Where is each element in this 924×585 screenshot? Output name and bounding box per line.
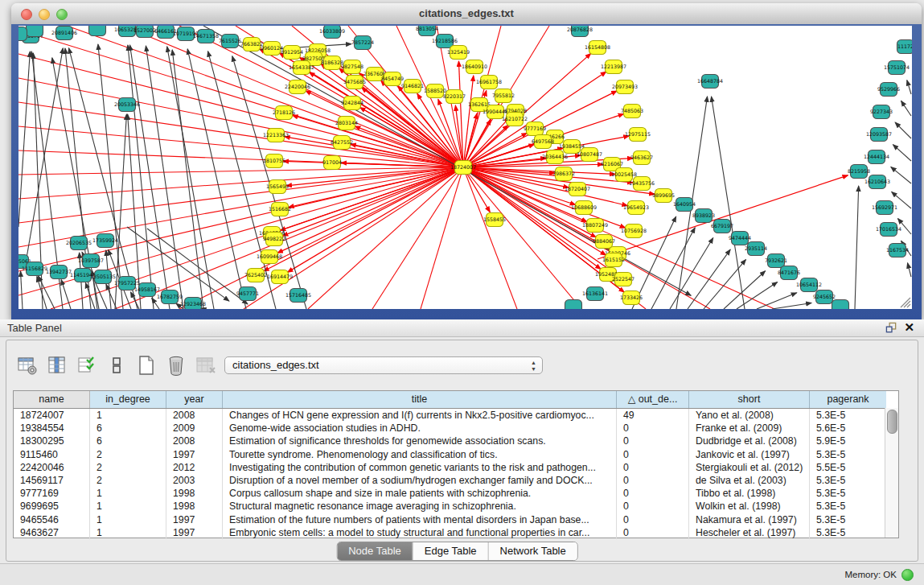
resize-grip[interactable]	[901, 298, 910, 307]
column-header-name[interactable]: name	[14, 391, 90, 408]
table-cell[interactable]: 49	[617, 409, 689, 422]
table-cell[interactable]: Hescheler et al. (1997)	[689, 526, 810, 539]
delete-column-icon[interactable]	[165, 354, 187, 377]
table-cell[interactable]: Yano et al. (2008)	[689, 409, 810, 422]
table-cell[interactable]: 5.3E-5	[810, 500, 886, 513]
table-cell[interactable]: 2008	[166, 409, 223, 422]
table-cell[interactable]: 1997	[166, 526, 223, 539]
table-cell[interactable]: de Silva et al. (2003)	[689, 474, 810, 487]
table-cell[interactable]: 1998	[166, 487, 223, 500]
table-cell[interactable]: Tourette syndrome. Phenomenology and cla…	[223, 448, 617, 461]
table-cell[interactable]: Franke et al. (2009)	[689, 422, 810, 435]
column-header-pagerank[interactable]: pagerank	[810, 391, 886, 408]
table-cell[interactable]: 1	[90, 500, 166, 513]
graph-node[interactable]	[18, 27, 27, 41]
select-columns-icon[interactable]	[46, 354, 68, 377]
table-cell[interactable]: 0	[617, 422, 689, 435]
table-cell[interactable]: 1	[90, 513, 166, 526]
table-cell[interactable]: 6	[90, 435, 166, 447]
table-cell[interactable]: 0	[617, 435, 689, 447]
rows-icon[interactable]	[105, 354, 128, 377]
table-cell[interactable]: Changes of HCN gene expression and I(f) …	[223, 409, 617, 422]
table-cell[interactable]: 5.9E-5	[810, 435, 886, 447]
graph-node[interactable]	[89, 26, 106, 36]
column-header-title[interactable]: title	[223, 391, 617, 408]
table-row[interactable]: 946554611997Estimation of the future num…	[14, 513, 898, 526]
table-cell[interactable]: 9463627	[14, 526, 90, 539]
table-cell[interactable]: 5.3E-5	[810, 526, 886, 539]
table-cell[interactable]: 5.3E-5	[810, 409, 886, 422]
table-cell[interactable]: Investigating the contribution of common…	[223, 461, 617, 474]
table-row[interactable]: 1456911722003Disruption of a novel membe…	[14, 474, 898, 487]
table-cell[interactable]: Dudbridge et al. (2008)	[689, 435, 810, 447]
table-cell[interactable]: 5.3E-5	[810, 513, 886, 526]
table-cell[interactable]: Corpus callosum shape and size in male p…	[223, 487, 617, 500]
graph-node[interactable]	[565, 300, 582, 310]
table-checks-icon[interactable]	[76, 354, 98, 377]
column-header-in_degree[interactable]: in_degree	[90, 391, 166, 408]
table-cell[interactable]: 0	[617, 474, 689, 487]
table-cell[interactable]: Estimation of significance thresholds fo…	[223, 435, 617, 447]
table-cell[interactable]: 0	[617, 500, 689, 513]
table-cell[interactable]: 6	[90, 422, 166, 435]
table-row[interactable]: 977716911998Corpus callosum shape and si…	[14, 487, 898, 500]
table-cell[interactable]: 2	[90, 474, 166, 487]
table-cell[interactable]: 18300295	[14, 435, 90, 447]
table-row[interactable]: 1830029562008Estimation of significance …	[14, 435, 898, 447]
memory-status-icon[interactable]	[901, 569, 914, 581]
table-row[interactable]: 946362711997Embryonic stem cells: a mode…	[14, 526, 898, 539]
table-row[interactable]: 911546021997Tourette syndrome. Phenomeno…	[14, 448, 898, 461]
table-row[interactable]: 969969511998Structural magnetic resonanc…	[14, 500, 898, 513]
table-cell[interactable]: 0	[617, 448, 689, 461]
scrollbar-thumb[interactable]	[887, 410, 897, 434]
table-cell[interactable]: 2	[90, 461, 166, 474]
close-panel-icon[interactable]: ✕	[904, 320, 914, 335]
table-cell[interactable]: 19384554	[14, 422, 90, 435]
table-cell[interactable]: 1997	[166, 448, 223, 461]
table-cell[interactable]: 2	[90, 448, 166, 461]
float-panel-icon[interactable]	[885, 322, 897, 334]
table-cell[interactable]: 5.3E-5	[810, 487, 886, 500]
table-cell[interactable]: 1	[90, 409, 166, 422]
citation-network-graph[interactable]: 1405571720891406106532871527002646616110…	[18, 26, 912, 309]
new-column-icon[interactable]	[135, 354, 158, 377]
table-cell[interactable]: 1998	[166, 500, 223, 513]
column-header-short[interactable]: short	[689, 391, 810, 408]
table-row[interactable]: 2242004622012Investigating the contribut…	[14, 461, 898, 474]
table-cell[interactable]: 0	[617, 513, 689, 526]
table-settings-icon[interactable]	[16, 354, 39, 377]
tab-network-table[interactable]: Network Table	[489, 542, 577, 560]
table-cell[interactable]: 9465546	[14, 513, 90, 526]
table-cell[interactable]: 1	[90, 487, 166, 500]
table-cell[interactable]: Disruption of a novel member of a sodium…	[223, 474, 617, 487]
table-cell[interactable]: 2012	[166, 461, 223, 474]
table-cell[interactable]: 5.3E-5	[810, 448, 886, 461]
table-cell[interactable]: Embryonic stem cells: a model to study s…	[223, 526, 617, 539]
table-cell[interactable]: 9777169	[14, 487, 90, 500]
table-cell[interactable]: 0	[617, 487, 689, 500]
table-cell[interactable]: 2009	[166, 422, 223, 435]
table-cell[interactable]: 9115460	[14, 448, 90, 461]
table-cell[interactable]: Wolkin et al. (1998)	[689, 500, 810, 513]
table-cell[interactable]: 9699695	[14, 500, 90, 513]
table-cell[interactable]: Structural magnetic resonance image aver…	[223, 500, 617, 513]
table-cell[interactable]: 14569117	[14, 474, 90, 487]
table-selector-dropdown[interactable]: citations_edges.txt ▲▼	[224, 356, 543, 374]
table-cell[interactable]: 1	[90, 526, 166, 539]
table-cell[interactable]: Stergiakouli et al. (2012)	[689, 461, 810, 474]
table-cell[interactable]: 18724007	[14, 409, 90, 422]
table-cell[interactable]: Tibbo et al. (1998)	[689, 487, 810, 500]
network-window-titlebar[interactable]: citations_edges.txt	[11, 3, 922, 25]
graph-node[interactable]	[27, 26, 43, 37]
table-cell[interactable]: Jankovic et al. (1997)	[689, 448, 810, 461]
table-row[interactable]: 1938455462009Genome-wide association stu…	[14, 422, 898, 435]
column-header-out_de[interactable]: △ out_de...	[617, 391, 689, 408]
column-header-year[interactable]: year	[166, 391, 223, 408]
network-canvas[interactable]: 1405571720891406106532871527002646616110…	[18, 26, 912, 309]
graph-node[interactable]	[832, 300, 849, 310]
table-cell[interactable]: 5.6E-5	[810, 422, 886, 435]
table-cell[interactable]: 22420046	[14, 461, 90, 474]
table-cell[interactable]: Genome-wide association studies in ADHD.	[223, 422, 617, 435]
table-cell[interactable]: 2008	[166, 435, 223, 447]
table-cell[interactable]: 5.5E-5	[810, 461, 886, 474]
